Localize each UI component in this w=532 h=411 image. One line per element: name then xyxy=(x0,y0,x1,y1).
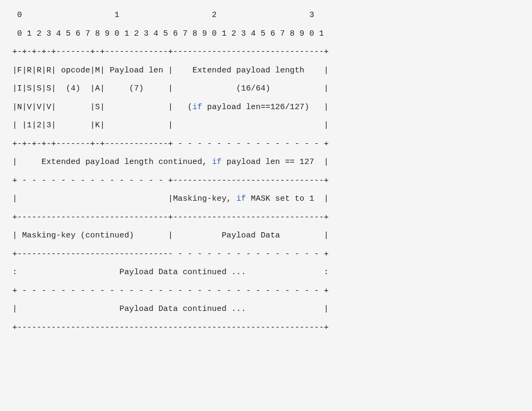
header-row-2: |I|S|S|S| (4) |A| (7) | (16/64) | xyxy=(7,84,329,93)
separator: +---------------------------------------… xyxy=(7,323,329,332)
payload-data-row: : Payload Data continued ... : xyxy=(7,268,329,277)
separator: +-+-+-+-+-------+-+-------------+ - - - … xyxy=(7,139,329,149)
bit-ruler-low: 0 1 2 3 4 5 6 7 8 9 0 1 2 3 4 5 6 7 8 9 … xyxy=(7,29,324,38)
header-row-3: |N|V|V|V| |S| | (if payload len==126/127… xyxy=(7,103,329,112)
keyword-if: if xyxy=(236,194,246,203)
separator: +-------------------------------- - - - … xyxy=(7,250,329,259)
separator: + - - - - - - - - - - - - - - - +-------… xyxy=(7,176,329,185)
header-row-1: |F|R|R|R| opcode|M| Payload len | Extend… xyxy=(7,66,329,75)
websocket-frame-diagram: 0 1 2 3 0 1 2 3 4 5 6 7 8 9 0 1 2 3 4 5 … xyxy=(0,0,532,343)
separator: +-+-+-+-+-------+-+-------------+-------… xyxy=(7,47,329,56)
keyword-if: if xyxy=(193,103,202,112)
keyword-if: if xyxy=(212,158,221,167)
extended-length-row: | Extended payload length continued, if … xyxy=(7,158,329,167)
masking-key-continued-row: | Masking-key (continued) | Payload Data… xyxy=(7,231,329,240)
payload-data-row: | Payload Data continued ... | xyxy=(7,305,329,314)
header-row-4: | |1|2|3| |K| | | xyxy=(7,121,329,130)
separator: + - - - - - - - - - - - - - - - - - - - … xyxy=(7,286,329,295)
masking-key-row: | |Masking-key, if MASK set to 1 | xyxy=(7,194,329,203)
bit-ruler-high: 0 1 2 3 xyxy=(7,11,314,20)
separator: +-------------------------------+-------… xyxy=(7,213,329,222)
